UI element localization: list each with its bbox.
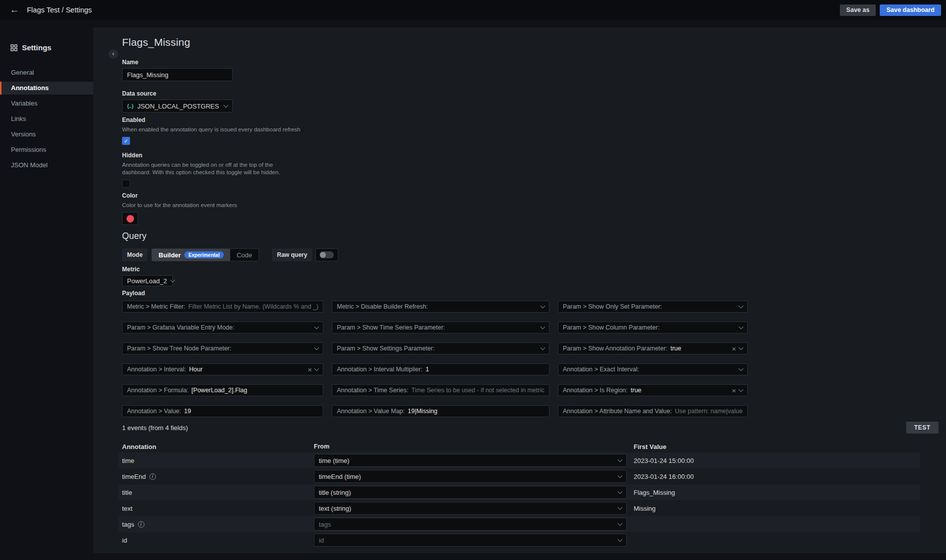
payload-field-show-annotation-parameter[interactable]: Param > Show Annotation Parameter: true … — [558, 342, 748, 354]
from-select-timeend[interactable]: timeEnd (time) — [314, 470, 627, 483]
clear-icon[interactable]: × — [732, 345, 736, 352]
datasource-select[interactable]: {..} JSON_LOCAL_POSTGRES — [122, 100, 233, 112]
from-select-id[interactable]: id — [314, 534, 627, 547]
row-name: tags — [122, 521, 135, 528]
back-arrow-icon[interactable]: ← — [8, 3, 21, 16]
field-label: Annotation > Interval: — [127, 366, 186, 373]
chevron-down-icon — [618, 457, 623, 462]
field-label: Param > Show Annotation Parameter: — [563, 345, 668, 352]
sidebar-item-json-model[interactable]: JSON Model — [0, 159, 93, 172]
payload-field-show-time-series-parameter[interactable]: Param > Show Time Series Parameter: — [332, 322, 549, 334]
from-value: time (time) — [319, 457, 349, 464]
collapse-sidebar-button[interactable]: ‹ — [109, 49, 118, 59]
header-annotation: Annotation — [122, 443, 314, 450]
field-value: 19 — [184, 408, 191, 415]
save-dashboard-button[interactable]: Save dashboard — [880, 4, 941, 16]
payload-field-formula[interactable]: Annotation > Formula: [PowerLoad_2].Flag — [122, 384, 323, 396]
save-as-button[interactable]: Save as — [840, 4, 876, 16]
payload-field-show-only-set-parameter[interactable]: Param > Show Only Set Parameter: — [558, 301, 748, 313]
field-label: Annotation > Interval Multiplier: — [337, 366, 422, 373]
payload-field-value[interactable]: Annotation > Value: 19 — [122, 405, 323, 417]
chevron-down-icon — [618, 505, 623, 510]
chevron-down-icon — [618, 489, 623, 494]
payload-field-value-map[interactable]: Annotation > Value Map: 19|Missing — [332, 405, 549, 417]
clear-icon[interactable]: × — [732, 387, 736, 394]
from-select-time[interactable]: time (time) — [314, 454, 627, 467]
mode-segmented-control: Builder Experimental Code — [151, 248, 259, 261]
field-placeholder: Time Series to be used - if not selected… — [411, 387, 544, 394]
payload-field-disable-builder-refresh[interactable]: Metric > Disable Builder Refresh: — [332, 301, 549, 313]
query-mode-row: Mode Builder Experimental Code Raw query — [122, 248, 939, 261]
annotation-mapping-table: Annotation From First Value time time (t… — [118, 441, 920, 548]
sidebar-item-versions[interactable]: Versions — [0, 128, 93, 141]
tab-builder[interactable]: Builder Experimental — [152, 249, 230, 261]
name-input[interactable] — [122, 68, 233, 81]
from-value: timeEnd (time) — [319, 473, 361, 480]
field-label: Annotation > Attribute Name and Value: — [563, 408, 672, 415]
color-picker[interactable] — [122, 212, 138, 225]
payload-field-show-settings-parameter[interactable]: Param > Show Settings Parameter: — [332, 342, 549, 354]
tab-code[interactable]: Code — [230, 249, 259, 261]
field-label: Param > Show Tree Node Parameter: — [127, 345, 231, 352]
breadcrumb[interactable]: Flags Test / Settings — [27, 6, 92, 14]
query-heading: Query — [122, 231, 939, 241]
field-label: Annotation > Value Map: — [337, 408, 405, 415]
events-row: 1 events (from 4 fields) TEST — [122, 422, 939, 434]
field-label: Param > Show Time Series Parameter: — [337, 324, 445, 331]
chevron-down-icon — [618, 521, 623, 526]
raw-query-label: Raw query — [272, 248, 312, 261]
datasource-field-group: Data source {..} JSON_LOCAL_POSTGRES — [122, 90, 939, 112]
from-select-tags[interactable]: tags — [314, 518, 627, 531]
field-value: [PowerLoad_2].Flag — [191, 387, 247, 394]
sidebar-item-annotations[interactable]: Annotations — [0, 82, 93, 95]
info-icon[interactable]: i — [149, 473, 156, 480]
field-label: Metric > Disable Builder Refresh: — [337, 303, 428, 310]
page-title: Flags_Missing — [122, 36, 939, 48]
field-placeholder: Filter Metric List by Name. (Wildcards %… — [188, 303, 318, 310]
payload-field-exact-interval[interactable]: Annotation > Exact Interval: — [558, 363, 748, 375]
settings-sidebar: Settings General Annotations Variables L… — [0, 20, 93, 560]
field-label: Annotation > Formula: — [127, 387, 188, 394]
payload-field-is-region[interactable]: Annotation > Is Region: true × — [558, 384, 748, 396]
info-icon[interactable]: i — [138, 521, 144, 528]
header-from: From — [314, 443, 627, 450]
chevron-down-icon — [618, 473, 623, 478]
table-row-text: text text (string) Missing — [118, 500, 920, 516]
clear-icon[interactable]: × — [307, 366, 312, 373]
sidebar-item-links[interactable]: Links — [0, 112, 93, 125]
payload-grid: Metric > Metric Filter: Filter Metric Li… — [122, 301, 703, 417]
field-label: Annotation > Is Region: — [563, 387, 628, 394]
payload-label: Payload — [122, 290, 939, 297]
payload-field-show-column-parameter[interactable]: Param > Show Column Parameter: — [558, 322, 748, 334]
raw-query-toggle[interactable] — [315, 248, 338, 261]
from-value: title (string) — [319, 489, 351, 496]
metric-select[interactable]: PowerLoad_2 — [122, 275, 173, 286]
payload-field-show-tree-node-parameter[interactable]: Param > Show Tree Node Parameter: — [122, 342, 323, 354]
test-button[interactable]: TEST — [906, 422, 939, 434]
enabled-checkbox[interactable]: ✓ — [122, 137, 130, 145]
payload-field-metric-filter[interactable]: Metric > Metric Filter: Filter Metric Li… — [122, 301, 323, 313]
payload-field-interval-multiplier[interactable]: Annotation > Interval Multiplier: 1 — [332, 363, 549, 375]
datasource-label: Data source — [122, 90, 939, 97]
field-value: true — [631, 387, 642, 394]
sidebar-item-permissions[interactable]: Permissions — [0, 143, 93, 156]
metric-value: PowerLoad_2 — [127, 277, 167, 285]
sidebar-item-general[interactable]: General — [0, 66, 93, 79]
hidden-checkbox[interactable] — [122, 180, 130, 188]
from-select-text[interactable]: text (string) — [314, 502, 627, 515]
sidebar-item-variables[interactable]: Variables — [0, 97, 93, 110]
payload-field-variable-entry-mode[interactable]: Param > Grafana Variable Entry Mode: — [122, 322, 323, 334]
table-header-row: Annotation From First Value — [118, 441, 920, 452]
annotation-color-dot — [127, 215, 134, 223]
table-row-tags: tags i tags — [118, 516, 920, 532]
row-name: title — [122, 489, 132, 496]
payload-field-interval[interactable]: Annotation > Interval: Hour × — [122, 363, 323, 375]
chevron-down-icon — [540, 304, 545, 309]
hidden-field-group: Hidden Annotation queries can be toggled… — [122, 152, 939, 188]
from-select-title[interactable]: title (string) — [314, 486, 627, 499]
first-value: 2023-01-24 16:00:00 — [634, 473, 920, 480]
chevron-down-icon — [170, 277, 175, 282]
payload-field-attribute-name-value[interactable]: Annotation > Attribute Name and Value: U… — [558, 405, 748, 417]
table-row-title: title title (string) Flags_Missing — [118, 484, 920, 500]
payload-field-time-series[interactable]: Annotation > Time Series: Time Series to… — [332, 384, 549, 396]
